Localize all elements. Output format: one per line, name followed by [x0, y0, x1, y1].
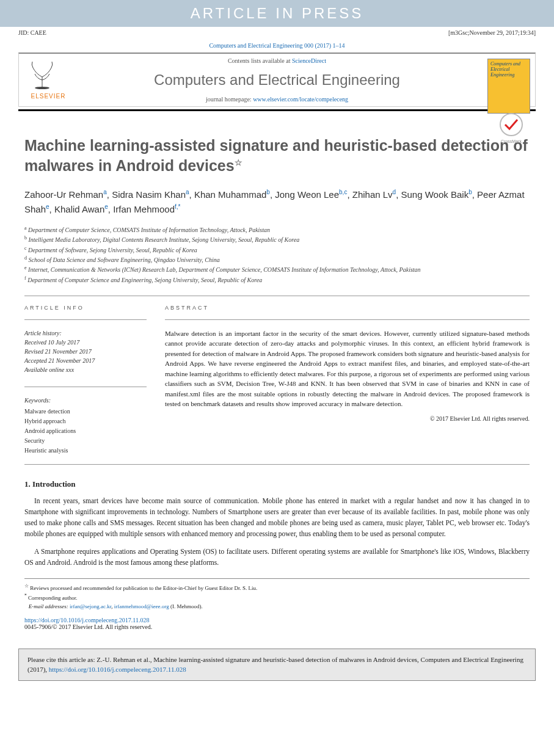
affiliation: f Department of Computer Science and Eng…	[24, 275, 530, 285]
journal-homepage-line: journal homepage: www.elsevier.com/locat…	[80, 96, 474, 103]
affiliation: c Department of Software, Sejong Univers…	[24, 245, 530, 255]
section-divider	[24, 296, 530, 296]
top-meta-bar: JID: CAEE [m3Gsc;November 29, 2017;19:34…	[0, 27, 554, 38]
body-paragraph: In recent years, smart devices have beco…	[24, 496, 530, 539]
email-prefix: E-mail addresses:	[29, 603, 70, 609]
copyright-line: © 2017 Elsevier Ltd. All rights reserved…	[165, 415, 530, 422]
issn-copyright: 0045-7906/© 2017 Elsevier Ltd. All right…	[24, 623, 152, 630]
sciencedirect-link[interactable]: ScienceDirect	[292, 57, 326, 64]
affiliation-list: a Department of Computer Science, COMSAT…	[24, 225, 530, 285]
affiliation: a Department of Computer Science, COMSAT…	[24, 225, 530, 234]
title-footnote-marker: ☆	[235, 157, 242, 167]
article-content: CrossMark Machine learning-assisted sign…	[0, 111, 554, 642]
citation-doi-link[interactable]: https://doi.org/10.1016/j.compeleceng.20…	[49, 666, 186, 673]
section-heading-introduction: 1. Introduction	[24, 479, 530, 489]
keyword: Malware detection	[24, 407, 147, 416]
journal-name: Computers and Electrical Engineering	[80, 71, 474, 89]
email-link[interactable]: irfan@sejong.ac.kr	[70, 603, 111, 609]
footnote-corresponding: * Corresponding author.	[24, 592, 530, 603]
build-meta: [m3Gsc;November 29, 2017;19:34]	[448, 29, 536, 36]
crossmark-badge[interactable]: CrossMark	[493, 111, 530, 148]
keyword: Security	[24, 436, 147, 446]
abstract-divider	[165, 319, 530, 320]
footnotes-block: ☆ Reviews processed and recommended for …	[24, 578, 530, 611]
author: Khalid Awane	[54, 204, 108, 214]
cover-title: Computers and Electrical Engineering	[490, 62, 527, 78]
article-info-column: ARTICLE INFO Article history: Received 1…	[24, 305, 147, 456]
author: Sung Wook Baikb	[401, 189, 472, 200]
abstract-heading: ABSTRACT	[165, 305, 530, 311]
footnote-review: ☆ Reviews processed and recommended for …	[24, 583, 530, 593]
author: Irfan Mehmoodf,*	[113, 204, 180, 214]
citation-box: Please cite this article as: Z.-U. Rehma…	[18, 649, 536, 681]
history-item: Received 10 July 2017	[24, 338, 147, 347]
keywords-head: Keywords:	[24, 396, 147, 405]
author: Zahoor-Ur Rehmana	[24, 189, 107, 200]
history-item: Available online xxx	[24, 365, 147, 374]
journal-homepage-link[interactable]: www.elsevier.com/locate/compeleceng	[253, 96, 348, 103]
journal-header-box: ELSEVIER Computers and Electrical Engine…	[18, 53, 536, 107]
author-list: Zahoor-Ur Rehmana, Sidra Nasim Khana, Kh…	[24, 187, 530, 216]
article-title: Machine learning-assisted signature and …	[24, 136, 530, 175]
author: Sidra Nasim Khana	[112, 189, 189, 200]
author: Khan Muhammadb	[194, 189, 270, 200]
contents-available-line: Contents lists available at ScienceDirec…	[80, 57, 474, 64]
article-info-heading: ARTICLE INFO	[24, 305, 147, 311]
abstract-column: ABSTRACT Malware detection is an importa…	[165, 305, 530, 456]
info-divider	[24, 319, 147, 320]
footnote-emails: E-mail addresses: irfan@sejong.ac.kr, ir…	[24, 603, 530, 611]
elsevier-text: ELSEVIER	[24, 93, 73, 100]
history-item: Revised 21 November 2017	[24, 347, 147, 356]
doi-block: https://doi.org/10.1016/j.compeleceng.20…	[24, 617, 530, 630]
abstract-text: Malware detection is an important factor…	[165, 329, 530, 409]
journal-reference-link[interactable]: Computers and Electrical Engineering 000…	[209, 42, 344, 49]
svg-point-0	[35, 87, 49, 89]
info-abstract-row: ARTICLE INFO Article history: Received 1…	[24, 305, 530, 456]
title-text: Machine learning-assisted signature and …	[24, 137, 528, 174]
keyword: Heuristic analysis	[24, 446, 147, 456]
author: Zhihan Lvd	[352, 189, 396, 200]
crossmark-icon: CrossMark	[493, 111, 530, 148]
affiliation: e Internet, Communication & Networks (IC…	[24, 264, 530, 274]
keyword: Hybrid approach	[24, 416, 147, 426]
article-history: Article history: Received 10 July 2017 R…	[24, 329, 147, 374]
svg-point-1	[500, 114, 522, 136]
elsevier-logo: ELSEVIER	[24, 59, 73, 107]
article-in-press-banner: ARTICLE IN PRESS	[0, 0, 554, 27]
email-link[interactable]: irfanmehmood@ieee.org	[114, 603, 169, 609]
body-paragraph: A Smartphone requires applications and O…	[24, 547, 530, 569]
affiliation: b Intelligent Media Laboratory, Digital …	[24, 234, 530, 244]
email-suffix: (I. Mehmood).	[169, 603, 203, 609]
keyword: Android applications	[24, 426, 147, 436]
homepage-prefix: journal homepage:	[206, 96, 253, 103]
keywords-block: Keywords: Malware detection Hybrid appro…	[24, 396, 147, 456]
svg-text:CrossMark: CrossMark	[501, 139, 522, 144]
journal-reference-line: Computers and Electrical Engineering 000…	[0, 38, 554, 53]
info-divider	[24, 387, 147, 387]
doi-link[interactable]: https://doi.org/10.1016/j.compeleceng.20…	[24, 617, 149, 623]
history-head: Article history:	[24, 329, 147, 338]
contents-prefix: Contents lists available at	[228, 57, 292, 64]
author: Jong Weon Leeb,c	[275, 189, 347, 200]
section-divider	[24, 464, 530, 465]
jid-label: JID: CAEE	[18, 29, 46, 36]
journal-cover-thumbnail: Computers and Electrical Engineering	[487, 59, 530, 114]
elsevier-tree-icon	[24, 59, 60, 89]
affiliation: d School of Data Science and Software En…	[24, 255, 530, 264]
history-item: Accepted 21 November 2017	[24, 356, 147, 365]
